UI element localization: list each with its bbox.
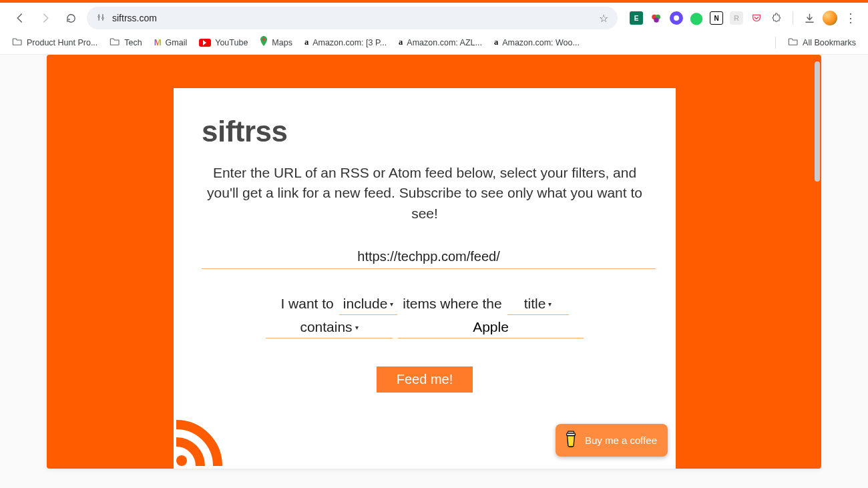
folder-icon <box>788 37 799 48</box>
buy-me-a-coffee-label: Buy me a coffee <box>585 435 657 446</box>
bookmark-item[interactable]: Product Hunt Pro... <box>12 37 97 48</box>
all-bookmarks-button[interactable]: All Bookmarks <box>788 37 856 48</box>
bookmark-label: Amazon.com: AZL... <box>407 38 482 47</box>
filter-matcher-value: contains <box>300 319 352 335</box>
bookmark-star-icon[interactable]: ☆ <box>599 12 608 25</box>
chrome-menu-icon[interactable]: ⋮ <box>844 11 857 25</box>
filter-builder: I want to include ▾ items where the titl… <box>202 296 648 338</box>
bookmark-item[interactable]: Tech <box>110 37 142 48</box>
feed-me-button[interactable]: Feed me! <box>377 367 473 393</box>
filter-field-value: title <box>524 296 546 312</box>
svg-point-4 <box>654 17 659 23</box>
svg-point-5 <box>262 38 265 41</box>
forward-button[interactable] <box>36 9 55 27</box>
svg-point-6 <box>176 455 187 466</box>
separator <box>793 11 793 25</box>
bookmark-item[interactable]: Maps <box>260 36 292 49</box>
youtube-icon <box>199 39 211 47</box>
extension-icon[interactable]: E <box>630 11 643 25</box>
svg-rect-8 <box>568 431 574 433</box>
profile-avatar[interactable] <box>823 11 837 25</box>
bookmark-item[interactable]: a Amazon.com: Woo... <box>494 37 580 47</box>
feed-url-input[interactable] <box>202 246 656 269</box>
bookmarks-bar: Product Hunt Pro... Tech M Gmail YouTube… <box>0 33 868 55</box>
gmail-icon: M <box>154 37 162 47</box>
extensions-puzzle-icon[interactable] <box>770 11 783 25</box>
separator <box>775 37 776 49</box>
bookmark-label: Maps <box>272 38 292 47</box>
bookmark-label: Amazon.com: Woo... <box>502 38 580 47</box>
intro-text: Enter the URL of an RSS or Atom feed bel… <box>202 163 648 224</box>
browser-toolbar: siftrss.com ☆ E ⬤ N R ⋮ <box>0 3 868 33</box>
filter-mode-select[interactable]: include ▾ <box>339 296 398 315</box>
extension-icon[interactable] <box>670 11 683 25</box>
main-card: siftrss Enter the URL of an RSS or Atom … <box>174 88 676 469</box>
chevron-down-icon: ▾ <box>390 300 393 308</box>
amazon-icon: a <box>399 37 403 47</box>
amazon-icon: a <box>494 37 498 47</box>
maps-icon <box>260 36 268 49</box>
chevron-down-icon: ▾ <box>548 300 552 308</box>
filter-prefix-text: I want to <box>280 296 333 312</box>
omnibox-url: siftrss.com <box>112 13 592 23</box>
chevron-down-icon: ▾ <box>355 324 359 331</box>
filter-mode-value: include <box>343 296 388 312</box>
folder-icon <box>110 37 120 48</box>
address-bar[interactable]: siftrss.com ☆ <box>87 7 618 29</box>
extension-icon[interactable]: R <box>730 11 743 25</box>
filter-term-input[interactable] <box>398 319 584 338</box>
folder-icon <box>12 37 23 48</box>
extension-icon[interactable]: ⬤ <box>690 11 703 25</box>
filter-matcher-select[interactable]: contains ▾ <box>266 319 393 338</box>
svg-point-1 <box>102 17 104 19</box>
rss-icon <box>174 415 227 469</box>
bookmark-item[interactable]: a Amazon.com: AZL... <box>399 37 482 47</box>
reload-button[interactable] <box>61 9 80 27</box>
pocket-icon[interactable] <box>750 11 763 25</box>
bookmark-label: Tech <box>124 38 142 47</box>
downloads-icon[interactable] <box>803 11 816 25</box>
buy-me-a-coffee-button[interactable]: Buy me a coffee <box>556 424 668 457</box>
vertical-scrollbar[interactable] <box>815 61 820 182</box>
filter-middle-text: items where the <box>403 296 501 312</box>
bookmark-item[interactable]: YouTube <box>199 38 248 47</box>
svg-point-0 <box>98 15 100 17</box>
back-button[interactable] <box>11 9 29 27</box>
amazon-icon: a <box>304 37 308 47</box>
page-viewport: siftrss Enter the URL of an RSS or Atom … <box>47 55 821 469</box>
all-bookmarks-label: All Bookmarks <box>803 38 856 47</box>
extension-icons: E ⬤ N R ⋮ <box>624 11 857 25</box>
bookmark-label: YouTube <box>215 38 248 47</box>
bookmark-label: Gmail <box>166 38 188 47</box>
bookmark-label: Product Hunt Pro... <box>27 38 97 47</box>
site-settings-icon[interactable] <box>96 13 105 24</box>
coffee-cup-icon <box>564 431 578 450</box>
filter-field-select[interactable]: title ▾ <box>507 296 569 315</box>
bookmark-item[interactable]: a Amazon.com: [3 P... <box>304 37 387 47</box>
extension-icon[interactable]: N <box>710 11 723 25</box>
bookmark-label: Amazon.com: [3 P... <box>312 38 387 47</box>
bookmark-item[interactable]: M Gmail <box>154 37 188 47</box>
app-logo: siftrss <box>202 115 648 148</box>
extension-icon[interactable] <box>650 11 663 25</box>
